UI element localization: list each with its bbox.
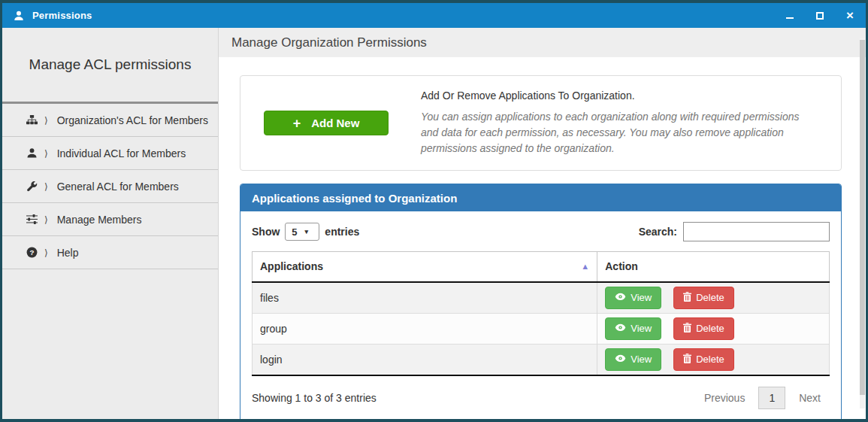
scrollbar-thumb[interactable] xyxy=(860,40,865,395)
scrollbar-track[interactable] xyxy=(860,38,865,408)
applications-table: Applications ▲ Action xyxy=(252,251,830,376)
trash-icon xyxy=(683,354,691,366)
table-header-row: Applications ▲ Action xyxy=(253,252,830,282)
delete-button[interactable]: Delete xyxy=(673,317,734,340)
sidebar-item-general-acl[interactable]: ⟩ General ACL for Members xyxy=(2,170,218,203)
sidebar: Manage ACL permissions ⟩ Organization's … xyxy=(2,28,219,419)
entries-select[interactable]: 5 ▾ xyxy=(285,223,319,241)
add-new-button[interactable]: + Add New xyxy=(264,111,389,135)
view-button[interactable]: View xyxy=(605,287,661,309)
intro-heading: Add Or Remove Applications To Organizati… xyxy=(421,90,826,102)
trash-icon xyxy=(683,323,691,335)
table-row: files View xyxy=(253,282,830,314)
close-button[interactable]: × xyxy=(845,11,855,21)
application-name-cell: group xyxy=(253,313,597,344)
view-button[interactable]: View xyxy=(605,317,661,340)
delete-label: Delete xyxy=(696,354,724,365)
delete-label: Delete xyxy=(696,292,724,303)
question-circle-icon: ? xyxy=(26,247,38,258)
sidebar-item-help[interactable]: ? ⟩ Help xyxy=(2,236,218,269)
eye-icon xyxy=(615,354,626,365)
chevron-icon: ⟩ xyxy=(44,181,48,192)
page-number-button[interactable]: 1 xyxy=(758,387,785,409)
delete-button[interactable]: Delete xyxy=(673,348,734,371)
search-input[interactable] xyxy=(683,222,830,241)
application-name-cell: login xyxy=(253,344,597,375)
table-row: login View xyxy=(253,344,830,375)
sidebar-item-label: Manage Members xyxy=(57,214,142,226)
sidebar-item-individual-acl[interactable]: ⟩ Individual ACL for Members xyxy=(2,137,218,170)
page-title: Manage Organization Permissions xyxy=(219,28,866,57)
entries-label: entries xyxy=(325,226,359,238)
trash-icon xyxy=(683,292,691,304)
window-title: Permissions xyxy=(32,10,92,21)
maximize-icon xyxy=(816,12,824,20)
chevron-icon: ⟩ xyxy=(44,214,48,225)
close-icon: × xyxy=(846,11,854,21)
chevron-icon: ⟩ xyxy=(44,148,48,159)
column-header-action: Action xyxy=(597,252,830,282)
entries-select-value: 5 xyxy=(292,226,297,238)
delete-label: Delete xyxy=(696,323,724,334)
show-label: Show xyxy=(252,226,280,238)
view-label: View xyxy=(631,354,652,365)
chevron-down-icon: ▾ xyxy=(305,228,309,235)
intro-panel: + Add New Add Or Remove Applications To … xyxy=(240,75,842,171)
app-window: Permissions × Manage ACL permissions ⟩ O… xyxy=(0,0,868,422)
eye-icon xyxy=(615,292,626,303)
eye-icon xyxy=(615,323,626,334)
sidebar-item-label: General ACL for Members xyxy=(57,181,179,193)
application-name-cell: files xyxy=(253,282,597,314)
view-label: View xyxy=(631,292,652,303)
page-length-control: Show 5 ▾ entries xyxy=(252,223,359,241)
sliders-icon xyxy=(26,214,38,225)
sidebar-item-label: Organization's ACL for Members xyxy=(57,114,208,126)
delete-button[interactable]: Delete xyxy=(673,287,734,309)
view-button[interactable]: View xyxy=(605,348,661,371)
minimize-button[interactable] xyxy=(785,11,795,21)
minimize-icon xyxy=(786,17,794,19)
column-header-applications[interactable]: Applications ▲ xyxy=(253,252,597,282)
applications-panel: Applications assigned to Organization Sh… xyxy=(240,184,842,419)
user-icon xyxy=(26,147,38,159)
panel-heading: Applications assigned to Organization xyxy=(240,184,841,211)
sort-asc-icon: ▲ xyxy=(581,262,589,271)
previous-page-button[interactable]: Previous xyxy=(695,387,754,408)
sidebar-title: Manage ACL permissions xyxy=(2,28,218,102)
add-new-label: Add New xyxy=(311,117,359,129)
sidebar-item-manage-members[interactable]: ⟩ Manage Members xyxy=(2,203,218,236)
table-footer: Showing 1 to 3 of 3 entries Previous 1 N… xyxy=(252,387,830,409)
sidebar-item-label: Help xyxy=(57,247,79,259)
search-label: Search: xyxy=(639,226,677,238)
chevron-icon: ⟩ xyxy=(44,247,48,258)
next-page-button[interactable]: Next xyxy=(790,387,830,408)
pagination: Previous 1 Next xyxy=(695,387,830,409)
wrench-icon xyxy=(26,181,38,192)
table-row: group View xyxy=(253,313,830,344)
chevron-icon: ⟩ xyxy=(44,115,48,126)
person-icon xyxy=(13,10,25,22)
view-label: View xyxy=(631,323,652,334)
sidebar-item-organizations-acl[interactable]: ⟩ Organization's ACL for Members xyxy=(2,104,218,137)
sidebar-item-label: Individual ACL for Members xyxy=(57,147,186,159)
maximize-button[interactable] xyxy=(815,11,825,21)
sitemap-icon xyxy=(26,114,38,126)
titlebar: Permissions × xyxy=(2,3,866,28)
svg-text:?: ? xyxy=(29,248,34,257)
main-content: Manage Organization Permissions + Add Ne… xyxy=(219,28,866,419)
entries-info: Showing 1 to 3 of 3 entries xyxy=(252,392,377,404)
plus-icon: + xyxy=(293,117,301,130)
table-toolbar: Show 5 ▾ entries Search: xyxy=(252,222,830,241)
window-controls: × xyxy=(785,11,858,21)
intro-description: You can assign applications to each orga… xyxy=(421,109,800,156)
